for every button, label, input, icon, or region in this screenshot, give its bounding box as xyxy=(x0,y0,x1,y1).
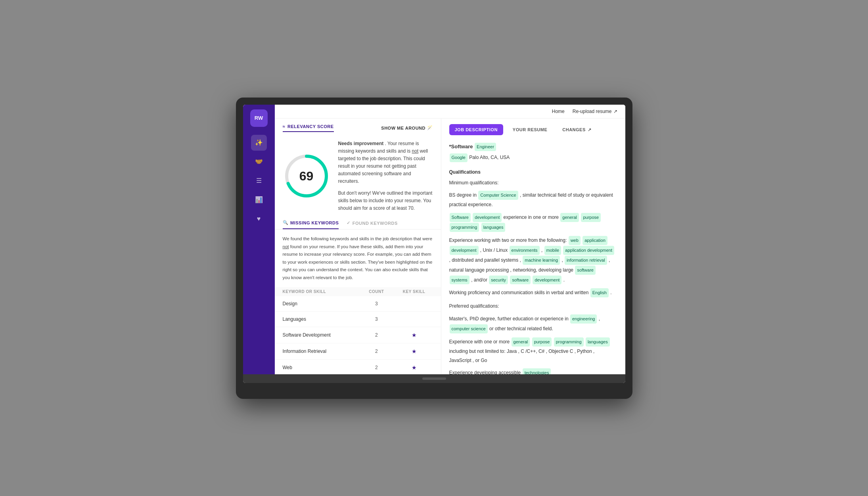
score-icon: ≈ xyxy=(283,124,286,129)
preferred-section: Preferred qualifications: Master's, PhD … xyxy=(449,302,617,374)
sidebar-icon-chart[interactable]: 📊 xyxy=(251,192,267,208)
sidebar: RW ✨ 🤝 ☰ 📊 ♥ xyxy=(243,105,275,374)
engineer-tag: Engineer xyxy=(475,143,496,151)
score-desc2: But don't worry! We've outlined the impo… xyxy=(338,190,433,213)
check-icon: ✓ xyxy=(347,220,351,226)
score-description: Needs improvement . Your resume is missi… xyxy=(338,140,433,213)
table-row: Software Development 2 ★ xyxy=(275,327,441,343)
search-icon: 🔍 xyxy=(283,220,289,225)
purpose-tag: purpose xyxy=(581,213,601,222)
engineering-tag: engineering xyxy=(570,314,597,324)
right-panel: JOB DESCRIPTION YOUR RESUME CHANGES ↗ xyxy=(441,119,625,374)
left-panel: ≈ RELEVANCY SCORE SHOW ME AROUND 🪄 xyxy=(275,119,441,374)
right-tabs: JOB DESCRIPTION YOUR RESUME CHANGES ↗ xyxy=(441,119,625,136)
one-or-more-line: Experience with one or more general purp… xyxy=(449,337,617,365)
technologies-tag: technologies xyxy=(523,368,551,374)
score-circle: 69 xyxy=(283,152,330,200)
accessible-line: Experience developing accessible technol… xyxy=(449,368,617,374)
software-tag: Software xyxy=(450,213,471,222)
pref-title: Preferred qualifications: xyxy=(449,302,617,311)
show-me-around-button[interactable]: SHOW ME AROUND 🪄 xyxy=(381,125,433,130)
dev-tag: development xyxy=(450,246,479,255)
score-desc1: . Your resume is missing keywords and sk… xyxy=(338,141,428,184)
score-number: 69 xyxy=(299,169,314,183)
sidebar-icon-handshake[interactable]: 🤝 xyxy=(251,154,267,170)
keywords-tabs: 🔍 MISSING KEYWORDS ✓ FOUND KEYWORDS xyxy=(275,216,441,230)
comp-sci-tag: computer science xyxy=(450,324,488,333)
tab-your-resume[interactable]: YOUR RESUME xyxy=(507,124,553,135)
job-title: *Software Engineer xyxy=(449,142,617,152)
left-panel-header: ≈ RELEVANCY SCORE SHOW ME AROUND 🪄 xyxy=(275,119,441,132)
proficiency-line: Working proficiency and communication sk… xyxy=(449,288,617,298)
keywords-table-header: KEYWORD OR SKILL COUNT KEY SKILL xyxy=(275,287,441,296)
keywords-description: We found the following keywords and skil… xyxy=(275,230,441,287)
bs-degree-line: BS degree in Computer Science , similar … xyxy=(449,190,617,209)
mobile-tag: mobile xyxy=(544,246,561,255)
experience-line: Experience working with two or more from… xyxy=(449,236,617,285)
wand-icon: 🪄 xyxy=(427,125,433,130)
table-row: Web 2 ★ xyxy=(275,360,441,374)
environments-tag: environments xyxy=(510,246,540,255)
general2-tag: general xyxy=(512,337,530,347)
job-description-content: *Software Engineer Google Palo Alto, CA,… xyxy=(441,136,625,374)
main-content: Home Re-upload resume ↗ ≈ RELEVANCY SCOR… xyxy=(275,105,625,374)
home-link[interactable]: Home xyxy=(552,109,565,114)
sidebar-icon-list[interactable]: ☰ xyxy=(251,173,267,189)
top-nav: Home Re-upload resume ↗ xyxy=(275,105,625,119)
upload-icon: ↗ xyxy=(613,109,617,114)
application-tag: application xyxy=(582,236,607,245)
company-tag: Google xyxy=(450,153,468,162)
development-tag: development xyxy=(473,213,502,222)
relevancy-score-title: ≈ RELEVANCY SCORE xyxy=(283,124,334,132)
general-tag: general xyxy=(560,213,579,222)
security-tag: security xyxy=(489,276,508,285)
tab-changes[interactable]: CHANGES ↗ xyxy=(557,124,597,136)
job-company: Google Palo Alto, CA, USA xyxy=(449,153,617,163)
dev2-tag: development xyxy=(533,276,561,285)
software2-tag: software xyxy=(575,266,596,275)
score-section: 69 Needs improvement . Your resume is mi… xyxy=(275,132,441,216)
languages-tag: languages xyxy=(481,223,506,232)
systems-tag: systems xyxy=(450,276,469,285)
software-dev-line: Software development experience in one o… xyxy=(449,213,617,232)
sidebar-icon-magic[interactable]: ✨ xyxy=(251,135,267,151)
ml-tag: machine learning xyxy=(523,256,560,265)
lang2-tag: languages xyxy=(586,337,610,347)
logo: RW xyxy=(250,109,268,127)
sidebar-icon-heart[interactable]: ♥ xyxy=(251,211,267,227)
score-status: Needs improvement xyxy=(338,141,384,146)
min-qual-title: Minimum qualifications: xyxy=(449,178,617,188)
table-row: Languages 3 xyxy=(275,312,441,327)
tab-found-keywords[interactable]: ✓ FOUND KEYWORDS xyxy=(347,220,397,229)
english-tag: English xyxy=(590,288,609,297)
app-dev-tag: application development xyxy=(563,246,614,255)
prog2-tag: programming xyxy=(554,337,584,347)
programming-tag: programming xyxy=(450,223,479,232)
cs-tag: Computer Science xyxy=(478,191,518,200)
qualifications-title: Qualifications xyxy=(449,168,617,177)
changes-icon: ↗ xyxy=(588,127,592,132)
tab-job-description[interactable]: JOB DESCRIPTION xyxy=(449,124,503,135)
software3-tag: software xyxy=(510,276,531,285)
content-area: ≈ RELEVANCY SCORE SHOW ME AROUND 🪄 xyxy=(275,119,625,374)
web-tag: web xyxy=(569,236,581,245)
reupload-link[interactable]: Re-upload resume ↗ xyxy=(573,109,617,114)
table-row: Information Retrieval 2 ★ xyxy=(275,343,441,360)
table-row: Design 3 xyxy=(275,296,441,312)
purpose2-tag: purpose xyxy=(532,337,552,347)
qualifications-section: Qualifications Minimum qualifications: B… xyxy=(449,168,617,298)
keywords-list: Design 3 Languages 3 Software Developmen… xyxy=(275,296,441,374)
masters-line: Master's, PhD degree, further education … xyxy=(449,314,617,334)
ir-tag: information retrieval xyxy=(565,256,607,265)
tab-missing-keywords[interactable]: 🔍 MISSING KEYWORDS xyxy=(283,220,339,229)
